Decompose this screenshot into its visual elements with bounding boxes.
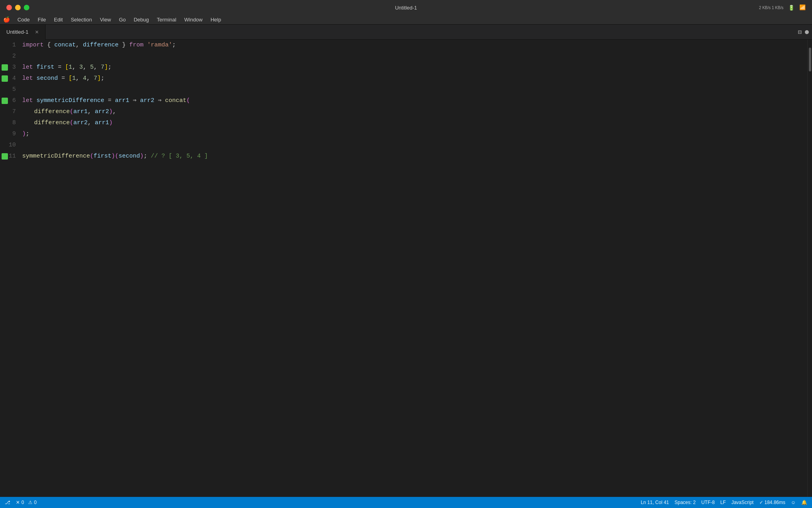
punctuation-token: , [86,73,94,84]
punctuation-token: , [83,62,90,73]
breakpoint-4[interactable] [2,75,8,82]
punctuation-token [33,73,36,84]
line-number-2: 2 [0,51,22,62]
code-line-9: 9); [0,129,807,140]
close-button[interactable] [6,5,12,10]
breakpoint-6[interactable] [2,98,8,104]
line-endings[interactable]: LF [720,500,726,505]
scrollbar-thumb[interactable] [809,48,811,71]
branch-icon: ⎇ [5,500,10,505]
code-line-5: 5 [0,84,807,95]
menu-window[interactable]: Window [181,16,206,23]
language-mode[interactable]: JavaScript [732,500,754,505]
tab-close-icon[interactable]: ✕ [35,29,39,35]
paren-token: ( [115,151,119,162]
fn-name-token: concat [165,95,186,106]
menu-selection[interactable]: Selection [67,16,95,23]
tab-untitled1[interactable]: Untitled-1 ✕ [0,25,46,40]
wifi-icon: 📶 [799,4,806,11]
menu-file[interactable]: File [34,16,49,23]
status-left: ⎇ ✕ 0 ⚠ 0 [5,500,36,505]
paren-token: ( [70,117,73,129]
bracket-token: ] [97,73,101,84]
menu-code[interactable]: Code [14,16,33,23]
apple-menu[interactable]: 🍎 [3,17,10,23]
number-token: 1 [69,62,72,73]
notification-bell[interactable]: 🔔 [801,500,807,505]
punctuation-token: , [88,117,95,129]
kw-import-token: import [22,40,44,51]
paren-token: ( [70,106,73,117]
errors-count[interactable]: ✕ 0 ⚠ 0 [16,500,36,505]
split-editor-icon[interactable]: ⊟ [798,28,802,36]
paren-token: ) [109,106,113,117]
punctuation-token [161,95,165,106]
menu-edit[interactable]: Edit [51,16,66,23]
window-title: Untitled-1 [395,5,417,11]
punctuation-token [147,151,151,162]
var-name-token: difference [83,40,119,51]
code-content-3: let first = [1, 3, 5, 7]; [22,62,111,73]
punctuation-token [136,95,140,106]
code-line-10: 10 [0,140,807,151]
feedback-icon[interactable]: ☺ [791,500,796,505]
fn-name-token: symmetricDifference [22,151,90,162]
settings-dot-icon[interactable] [805,30,809,34]
cursor-position[interactable]: Ln 11, Col 41 [641,500,669,505]
indentation[interactable]: Spaces: 2 [674,500,695,505]
code-line-7: 7difference(arr1, arr2), [0,106,807,117]
code-line-6: 6let symmetricDifference = arr1 ⇒ arr2 ⇒… [0,95,807,106]
menu-view[interactable]: View [97,16,114,23]
git-branch[interactable]: ⎇ [5,500,10,505]
warning-count: 0 [34,500,37,505]
minimize-button[interactable] [15,5,21,10]
editor-container: Untitled-1 ✕ ⊟ 1import { concat, differe… [0,25,812,497]
menu-help[interactable]: Help [207,16,224,23]
code-line-11: 11symmetricDifference(first)(second); //… [0,151,807,162]
code-line-3: 3let first = [1, 3, 5, 7]; [0,62,807,73]
punctuation-token [154,95,158,106]
maximize-button[interactable] [24,5,29,10]
paren-token: ) [22,129,26,140]
fn-name-token: difference [34,106,70,117]
comment-token: // ? [ 3, 5, 4 ] [151,151,208,162]
number-token: 4 [83,73,86,84]
editor-body[interactable]: 1import { concat, difference } from 'ram… [0,40,812,497]
tab-bar: Untitled-1 ✕ ⊟ [0,25,812,40]
breakpoint-3[interactable] [2,64,8,71]
var-name-token: symmetricDifference [36,95,104,106]
punctuation-token: { [44,40,54,51]
titlebar: Untitled-1 2 KB/s 1 KB/s 🔋 📶 [0,0,812,15]
code-line-1: 1import { concat, difference } from 'ram… [0,40,807,51]
file-encoding[interactable]: UTF-8 [701,500,715,505]
error-count: 0 [21,500,24,505]
line-number-8: 8 [0,117,22,129]
kw-let-token: let [22,62,33,73]
line-number-10: 10 [0,140,22,151]
battery-icon: 🔋 [788,5,795,11]
var-name-token: second [36,73,58,84]
traffic-lights [6,5,29,10]
menu-terminal[interactable]: Terminal [154,16,180,23]
tab-actions: ⊟ [798,28,812,36]
punctuation-token: , [88,106,95,117]
vertical-scrollbar[interactable] [807,40,812,497]
menu-debug[interactable]: Debug [130,16,152,23]
timing-info: ✓ 184.86ms [759,500,785,505]
line-number-1: 1 [0,40,22,51]
kw-let-token: let [22,95,33,106]
number-token: 3 [79,62,83,73]
menubar: 🍎 Code File Edit Selection View Go Debug… [0,15,812,25]
var-name-token: arr2 [95,106,109,117]
menu-go[interactable]: Go [116,16,129,23]
code-content-11: symmetricDifference(first)(second); // ?… [22,151,208,162]
var-name-token: concat [54,40,76,51]
punctuation-token: = [54,62,65,73]
kw-from-token: from [129,40,144,51]
code-editor[interactable]: 1import { concat, difference } from 'ram… [0,40,807,497]
code-line-2: 2 [0,51,807,62]
punctuation-token: ; [26,129,29,140]
breakpoint-11[interactable] [2,153,8,160]
fn-name-token: difference [34,117,70,129]
network-info: 2 KB/s 1 KB/s [759,5,783,10]
